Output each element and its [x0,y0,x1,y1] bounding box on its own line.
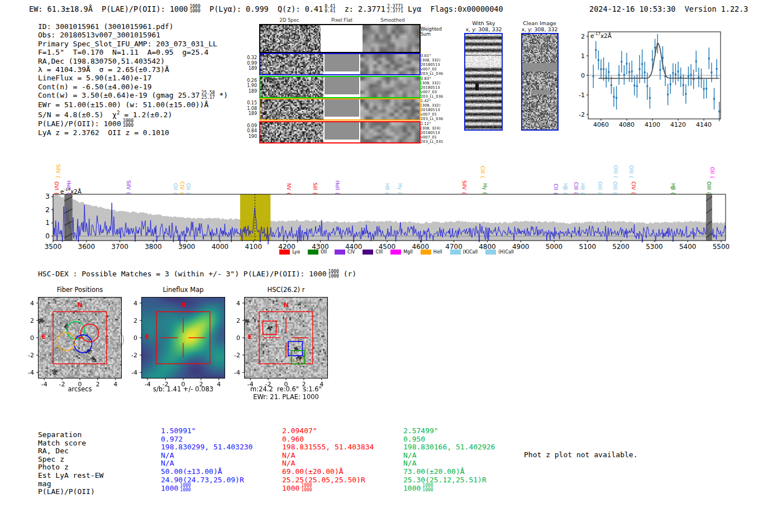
val: 20180513 [421,63,443,67]
xtick-label: 3700 [111,243,128,251]
ytick-label: 0 [45,232,50,240]
row-pixelflat-image [323,99,361,117]
data-point [621,61,622,63]
dashed-circle [261,320,280,339]
data-point [672,72,674,74]
match-value: N/A [403,452,495,460]
match-value: 2.09407" [282,427,374,435]
header-stack: 2.37712.3771 [387,4,403,13]
xtick-label: 3800 [145,243,162,251]
val: 0.26 [239,78,257,84]
fiber_positions-overlay: NE-4-4-2-2002244 [38,297,122,378]
val: 0.15 [239,100,257,106]
line-label-SiIV: SiIV { [55,164,60,179]
spec2d-weighted-sum-strip [259,24,421,53]
match-table-row-labels: SeparationMatch scoreRA, DecSpec zPhoto … [38,431,103,496]
data-point [705,88,707,89]
with-sky-image [465,34,502,130]
legend-item-OII: OII [308,250,327,255]
legend-swatch [308,250,318,255]
decor: 2.3771 [387,9,403,13]
ytick-label: 0 [581,72,585,79]
weighted-sum-label: WeightedSum [421,27,442,37]
hsc_r-overlay: NE-4-4-2-2002244 [244,297,328,378]
xtick-label: 4080 [619,121,635,128]
info-line-7: Cont(n) = -6.50(±4.00)e-19 [38,83,228,91]
row-smoothed-image [360,122,419,142]
match-column-0: 1.50991"0.972198.830299, 51.403230N/AN/A… [161,427,252,493]
ytick-label: 2 [581,33,585,40]
data-point [703,88,705,90]
match-value: N/A [403,459,495,468]
info-line-6: LineFlux = 5.90(±1.40)e-17 [38,74,228,82]
spec2d-row-strip-2 [260,99,419,119]
cutout-xlabel-hsc_r: m:24.2 re:0.6" s:1.6" [227,385,345,393]
cutout-hsc_r: NE-4-4-2-2002244 [244,297,328,378]
hscdex-stack: 10001000 [328,270,339,279]
decor: Weighted [421,27,442,32]
match-value: N/A [282,452,374,460]
match-plae-stack: 10001000 [422,483,433,492]
match-value: 0.960 [282,435,374,444]
line-label-OIII: OIII { [628,165,633,179]
data-point [649,97,651,99]
legend-swatch [450,250,461,255]
data-point [616,97,617,99]
table-row-label-0: Separation [38,431,103,439]
weighted-2dspec-image [260,25,321,52]
xtick-label: 3600 [78,243,96,251]
match-plae: 100010001000 [161,484,252,493]
data-point [685,93,686,95]
legend-swatch [390,250,401,255]
info-line-10-sup: 2 [117,110,120,116]
match-value: N/A [161,459,252,468]
spectrum-legend: LyαOIICIVCIIIMgIIHeII(K)CaII(H)CaII [240,250,553,255]
ytick-label: 4 [236,300,240,307]
clean-image [522,34,557,130]
info-line-5: λ = 4104.39Å σ = 2.65(±0.73)Å [38,65,228,74]
data-point [711,71,712,73]
match-value: N/A [161,452,252,460]
xtick-label: 5400 [679,243,697,251]
compass-north: N [283,301,288,309]
ytick-label: 4 [133,300,137,307]
report-timestamp-version: 2024-12-16 10:53:30 Version 1.22.3 [589,4,748,13]
xtick-label: 4140 [696,121,712,128]
data-point [641,63,643,65]
row-smoothed-image [360,54,419,74]
legend-label: (H)CaII [498,250,513,255]
val: (308, 332) [421,81,443,85]
data-point [593,75,594,77]
compass-north: N [77,301,82,309]
val: 203_LL_036 [421,117,443,121]
clean-image-panel [521,33,559,131]
match-column-2: 2.57499"0.950198.830166, 51.402926N/AN/A… [403,427,495,493]
clean-image-title: Clean Imagex, y: 308, 332 [512,20,568,32]
fiber-circle [78,341,96,359]
val: 20180513 [421,131,443,135]
data-point [716,68,718,70]
row-pixelflat-image [323,54,361,71]
data-point [659,69,661,71]
match-value: 69.00(±20.00)Å [282,468,374,476]
line-label-OII: OII { [709,167,714,179]
table-row-label-6: mag [38,480,103,488]
spec2d-row-rightlabel-0: 0.65"(308, 332)20180513v007_02203_LL_036 [421,54,443,76]
data-point [633,85,635,87]
data-point [626,63,628,65]
info-line-11: P(LAE)/P(OII): 100010001000 [38,119,228,129]
xtick-label: 5200 [612,243,630,251]
line-label-OIII: OIII { [613,165,618,179]
ytick-label: 0 [133,334,137,342]
ytick-label: 2 [30,317,34,324]
row-smoothed-image [360,77,419,97]
decor: 25.17 [202,95,215,100]
decor: 1000 [189,9,200,13]
row-2dspec-image [260,54,323,74]
data-point [598,59,599,61]
val: 1.08 [239,106,257,112]
report-summary-header: EW: 61.3±18.9Å P(LAE)/P(OII): 1000100010… [29,4,503,14]
ytick-label: -2 [234,352,240,359]
legend-item-CIII: CIII [363,250,383,255]
match-value: N/A [282,459,374,468]
